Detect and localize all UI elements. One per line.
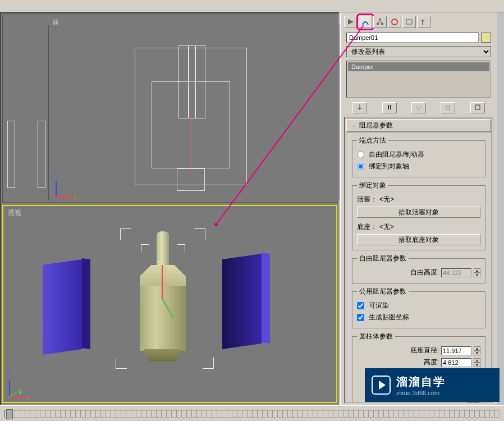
radio-free-input[interactable]	[357, 151, 364, 158]
common-legend: 公用阻尼器参数	[357, 287, 409, 296]
down-arrow-icon[interactable]: ▼	[474, 351, 480, 355]
watermark: 溜溜自学 zixue.3d66.com	[365, 368, 500, 402]
tab-display[interactable]	[402, 16, 416, 28]
chk-renderable-row[interactable]: 可渲染	[357, 300, 480, 312]
chk-genmap-row[interactable]: 生成贴图坐标	[357, 312, 480, 323]
svg-rect-5	[388, 105, 389, 109]
piston-value: <无>	[379, 195, 394, 204]
up-arrow-icon[interactable]: ▲	[474, 346, 480, 351]
rollout-damper-header[interactable]: - 阻尼器参数	[346, 119, 491, 132]
tab-hierarchy[interactable]	[373, 16, 387, 28]
sel-bracket-br	[203, 358, 214, 369]
base-row: 底座： <无>	[357, 221, 480, 233]
perspective-scene: z	[3, 206, 336, 402]
viewport-front[interactable]: 前 z x	[2, 15, 337, 203]
height-row: 高度: ▲ ▼	[357, 356, 480, 368]
stack-toolbar	[342, 100, 496, 116]
ruler-marker[interactable]	[6, 409, 13, 419]
main-area: 前 z x 透视	[0, 12, 504, 405]
arrow-icon	[347, 18, 355, 26]
config-icon	[474, 104, 481, 111]
stack-configure-button[interactable]	[470, 102, 485, 113]
free-height-spinner: ▲ ▼	[474, 268, 480, 277]
sel-bracket-tr	[194, 228, 205, 240]
free-height-label: 自由高度:	[410, 268, 439, 277]
tab-motion[interactable]	[388, 16, 401, 28]
modifier-list-dropdown[interactable]: 修改器列表	[346, 46, 491, 57]
tab-create[interactable]	[344, 16, 358, 28]
axis-x-icon-p	[9, 396, 26, 397]
damper-object[interactable]	[130, 231, 197, 366]
pick-base-button[interactable]: 拾取底座对象	[357, 234, 480, 245]
sel-bracket-ml	[141, 244, 149, 252]
axis-x-label: x	[74, 195, 76, 201]
stack-pin-button[interactable]	[352, 102, 367, 113]
base-dia-spinner[interactable]: ▲ ▼	[474, 346, 480, 355]
top-toolbar	[0, 0, 504, 12]
height-label: 高度:	[424, 358, 439, 367]
modifier-stack[interactable]: Damper	[346, 61, 491, 98]
command-panel-tabs	[342, 13, 496, 30]
radio-bind-axis[interactable]: 绑定到对象轴	[357, 161, 480, 172]
svg-rect-4	[406, 20, 412, 24]
slab-left	[43, 259, 82, 355]
svg-point-3	[392, 19, 397, 25]
gizmo-z-axis	[162, 265, 163, 299]
tab-modify[interactable]	[359, 16, 372, 28]
sel-bracket-bl	[116, 358, 127, 369]
bars-icon	[386, 104, 393, 111]
damper-cylinder	[140, 286, 186, 351]
base-dia-label: 底座直径:	[410, 346, 439, 355]
rollout-damper-params: - 阻尼器参数 端点方法 自由阻尼器/制动器 绑定到对象轴	[346, 118, 492, 403]
slab-right	[222, 254, 262, 349]
object-color-swatch[interactable]	[481, 33, 491, 43]
chk-genmap[interactable]	[357, 314, 364, 321]
down-arrow-icon: ▼	[474, 273, 480, 277]
free-height-input	[441, 268, 471, 277]
rollout-toggle-icon: -	[350, 122, 357, 130]
chk-genmap-label: 生成贴图坐标	[369, 313, 409, 322]
free-legend: 自由阻尼器参数	[357, 254, 409, 263]
height-spinner[interactable]: ▲ ▼	[474, 358, 480, 367]
stack-remove-button[interactable]	[441, 102, 455, 113]
height-input[interactable]	[441, 358, 471, 367]
chk-renderable[interactable]	[357, 302, 364, 309]
free-damper-group: 自由阻尼器参数 自由高度: ▲ ▼	[352, 254, 485, 283]
watermark-url: zixue.3d66.com	[396, 390, 446, 396]
watermark-title: 溜溜自学	[396, 374, 446, 390]
ruler-track[interactable]	[4, 410, 500, 418]
rollouts-container[interactable]: - 阻尼器参数 端点方法 自由阻尼器/制动器 绑定到对象轴	[344, 117, 493, 403]
viewport-perspective[interactable]: 透视	[2, 205, 337, 403]
hierarchy-icon	[376, 18, 384, 26]
base-dia-input[interactable]	[441, 346, 471, 355]
modifier-stack-item[interactable]: Damper	[348, 62, 489, 71]
sel-bracket-mr	[177, 244, 185, 252]
radio-free-damper[interactable]: 自由阻尼器/制动器	[357, 149, 480, 161]
up-arrow-icon[interactable]: ▲	[474, 358, 480, 363]
endpoint-group: 端点方法 自由阻尼器/制动器 绑定到对象轴	[352, 136, 485, 177]
piston-row: 活塞： <无>	[357, 194, 480, 205]
object-name-input[interactable]	[346, 33, 479, 43]
transform-gizmo[interactable]: z	[162, 265, 163, 321]
free-height-row: 自由高度: ▲ ▼	[357, 267, 480, 278]
base-dia-row: 底座直径: ▲ ▼	[357, 345, 480, 356]
rollout-damper-body: 端点方法 自由阻尼器/制动器 绑定到对象轴 绑定对象 活	[346, 132, 491, 403]
modifier-dropdown-row: 修改器列表	[342, 45, 496, 58]
modify-icon	[361, 18, 369, 26]
down-arrow-icon[interactable]: ▼	[474, 363, 480, 367]
axis-y-label-p: y	[19, 388, 22, 394]
tab-utilities[interactable]	[417, 16, 430, 28]
stack-unique-button[interactable]	[411, 102, 426, 113]
wire-shaft-3	[195, 45, 205, 118]
radio-bind-input[interactable]	[357, 163, 364, 170]
command-panel: 修改器列表 Damper	[340, 12, 497, 405]
stack-show-button[interactable]	[382, 102, 397, 113]
axis-widget-front: z x	[56, 175, 78, 198]
object-name-row	[342, 30, 496, 45]
base-value: <无>	[379, 222, 394, 232]
cyl-legend: 圆柱体参数	[357, 332, 395, 341]
viewport-front-side	[5, 25, 49, 200]
timeline-ruler[interactable]	[0, 405, 504, 421]
pick-piston-button[interactable]: 拾取活塞对象	[357, 207, 480, 218]
bind-group: 绑定对象 活塞： <无> 拾取活塞对象 底座： <无> 拾取底座对象	[352, 181, 485, 250]
